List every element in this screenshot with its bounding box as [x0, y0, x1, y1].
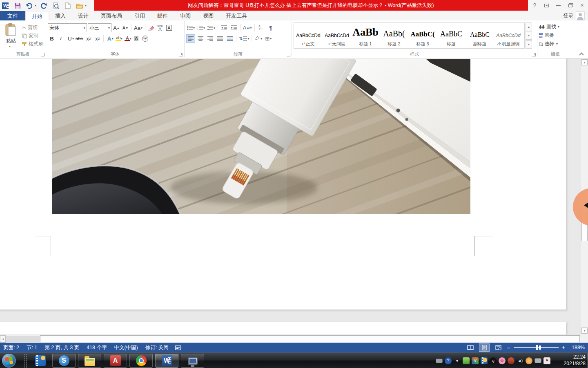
increase-indent-button[interactable]: [229, 24, 238, 32]
scroll-left-button[interactable]: ◂: [0, 335, 6, 343]
bold-button[interactable]: B: [48, 34, 56, 43]
tab-insert[interactable]: 插入: [49, 11, 72, 20]
status-grid-icon[interactable]: [175, 346, 181, 350]
distribute-button[interactable]: [225, 34, 234, 43]
status-section[interactable]: 节: 1: [27, 344, 37, 351]
horizontal-scrollbar[interactable]: ◂: [0, 334, 581, 343]
align-center-button[interactable]: [196, 34, 205, 43]
taskbar-word[interactable]: W: [155, 354, 178, 368]
collapse-ribbon-button[interactable]: [579, 52, 584, 57]
volume-icon[interactable]: ◄): [517, 357, 523, 364]
qq-icon[interactable]: Q: [490, 357, 497, 364]
horizontal-scroll-track[interactable]: [6, 336, 40, 342]
zoom-in-button[interactable]: +: [562, 344, 565, 351]
bullets-button[interactable]: ▾: [186, 24, 196, 32]
shrink-font-button[interactable]: A▼: [121, 24, 129, 32]
justify-button[interactable]: [216, 34, 225, 43]
phonetic-guide-button[interactable]: wén文: [156, 24, 164, 32]
document-page-2[interactable]: [0, 58, 566, 310]
horizontal-scroll-thumb[interactable]: [40, 335, 580, 342]
change-case-button[interactable]: Aa▾: [133, 24, 143, 32]
status-track-changes[interactable]: 修订: 关闭: [145, 344, 169, 351]
clear-formatting-button[interactable]: [147, 24, 155, 32]
tab-design[interactable]: 设计: [72, 11, 95, 20]
taskbar-autocad[interactable]: A: [104, 354, 127, 368]
help-button[interactable]: ?: [529, 0, 541, 11]
close-button[interactable]: ×: [576, 0, 588, 11]
redo-button[interactable]: [40, 2, 48, 10]
tab-review[interactable]: 审阅: [174, 11, 197, 20]
scroll-up-button[interactable]: ▴: [581, 59, 588, 65]
taskbar-video-player[interactable]: [31, 354, 50, 368]
tab-page-layout[interactable]: 页面布局: [95, 11, 128, 20]
grow-font-button[interactable]: A▲: [112, 24, 120, 32]
zoom-slider[interactable]: [514, 347, 559, 348]
superscript-button[interactable]: x2: [94, 34, 102, 43]
new-document-button[interactable]: [64, 2, 72, 10]
status-word-count[interactable]: 418 个字: [87, 344, 107, 351]
minimize-button[interactable]: [552, 0, 564, 11]
tab-view[interactable]: 视图: [197, 11, 220, 20]
sign-in-label[interactable]: 登录: [563, 12, 573, 19]
taskbar-clock[interactable]: 22:24 2021/8/28: [553, 354, 586, 367]
decrease-indent-button[interactable]: [220, 24, 229, 32]
show-hide-marks-button[interactable]: ¶: [266, 24, 275, 32]
styles-dialog-launcher[interactable]: [532, 53, 536, 56]
restore-button[interactable]: [564, 0, 576, 11]
character-border-button[interactable]: A: [165, 24, 173, 32]
print-layout-button[interactable]: [479, 343, 490, 352]
undo-button[interactable]: [25, 2, 33, 10]
styles-gallery-more[interactable]: ▾: [526, 40, 532, 49]
asian-layout-button[interactable]: A⇄▾: [242, 24, 253, 32]
customize-qat-dropdown[interactable]: ▾: [85, 4, 87, 7]
help-tray-icon[interactable]: ?: [445, 357, 452, 364]
zoom-level[interactable]: 188%: [568, 345, 585, 350]
format-painter-button[interactable]: 格式刷: [22, 40, 43, 47]
taskbar-sogou-browser[interactable]: S: [52, 354, 76, 368]
tab-file[interactable]: 文件: [0, 11, 25, 20]
status-language[interactable]: 中文(中国): [114, 344, 138, 351]
zoom-out-button[interactable]: −: [507, 344, 510, 351]
zoom-slider-thumb[interactable]: [539, 346, 541, 350]
taskbar-computer[interactable]: [181, 354, 204, 368]
usb-drive-photo[interactable]: [52, 59, 470, 214]
print-preview-button[interactable]: [52, 2, 60, 10]
status-page[interactable]: 页面: 2: [3, 344, 19, 351]
text-effects-dropdown[interactable]: ▾: [112, 37, 114, 40]
style-heading3[interactable]: AaBbC(标题 3: [408, 23, 437, 48]
multilevel-list-button[interactable]: ▾: [207, 24, 216, 32]
tab-home[interactable]: 开始: [25, 11, 49, 20]
style-normal[interactable]: AaBbCcDd↵正文: [294, 23, 323, 48]
show-hidden-icons[interactable]: ▾: [454, 357, 461, 364]
align-right-button[interactable]: [206, 34, 215, 43]
paste-button[interactable]: 粘贴 ▾: [2, 22, 20, 52]
sort-button[interactable]: AZ↓: [256, 24, 265, 32]
strikethrough-button[interactable]: abc: [75, 34, 84, 43]
status-page-count[interactable]: 第 2 页, 共 3 页: [45, 344, 79, 351]
cut-button[interactable]: ✂ 剪切: [22, 24, 43, 31]
input-keyboard-icon[interactable]: [436, 359, 443, 363]
font-color-dropdown[interactable]: ▾: [130, 37, 131, 40]
borders-button[interactable]: ⊞▾: [264, 34, 273, 43]
save-button[interactable]: [13, 2, 22, 10]
taskbar-file-explorer[interactable]: [78, 354, 101, 368]
style-heading2[interactable]: AaBb(标题 2: [380, 23, 408, 48]
tab-mailings[interactable]: 邮件: [151, 11, 174, 20]
clipboard-dialog-launcher[interactable]: [41, 53, 45, 56]
align-left-button[interactable]: [186, 34, 195, 43]
taskbar-chrome[interactable]: [129, 354, 153, 368]
style-subtitle[interactable]: AaBbC副标题: [466, 23, 494, 48]
line-spacing-button[interactable]: ⇅ ▾: [238, 34, 250, 43]
audio-manager-icon[interactable]: [508, 357, 514, 364]
styles-scroll-up[interactable]: ▴: [526, 22, 532, 31]
font-size-combo[interactable]: 小三▾: [88, 23, 111, 32]
font-name-combo[interactable]: 宋体▾: [48, 23, 87, 32]
network-icon[interactable]: [535, 358, 541, 363]
font-dialog-launcher[interactable]: [179, 53, 183, 56]
find-button[interactable]: 查找▾: [539, 23, 572, 30]
italic-button[interactable]: I: [57, 34, 65, 43]
undo-dropdown[interactable]: ▾: [35, 4, 36, 7]
scroll-down-button[interactable]: ▾: [581, 328, 588, 334]
read-mode-button[interactable]: [465, 343, 476, 352]
tab-references[interactable]: 引用: [128, 11, 151, 20]
